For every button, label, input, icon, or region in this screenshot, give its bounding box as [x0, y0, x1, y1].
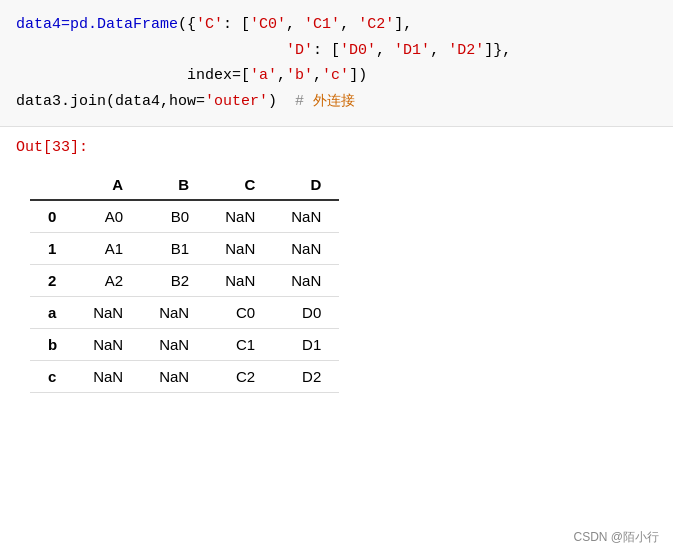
table-cell: A2: [75, 265, 141, 297]
code-line-1: data4=pd.DataFrame({'C': ['C0', 'C1', 'C…: [16, 12, 657, 38]
table-cell: NaN: [273, 200, 339, 233]
code-text: ],: [394, 16, 412, 33]
table-cell: NaN: [75, 329, 141, 361]
table-cell: NaN: [207, 265, 273, 297]
table-header-D: D: [273, 170, 339, 200]
code-text: 'D0': [340, 42, 376, 59]
table-header-A: A: [75, 170, 141, 200]
code-text: ,: [277, 67, 286, 84]
code-text: : [: [313, 42, 340, 59]
code-text: ): [268, 93, 295, 110]
table-header-B: B: [141, 170, 207, 200]
dataframe-container: A B C D 0A0B0NaNNaN1A1B1NaNNaN2A2B2NaNNa…: [0, 160, 673, 413]
code-text: : [: [223, 16, 250, 33]
code-text: ]},: [484, 42, 511, 59]
table-cell: NaN: [141, 361, 207, 393]
table-cell: B0: [141, 200, 207, 233]
code-comment-cn: 外连接: [313, 92, 355, 108]
table-cell: D1: [273, 329, 339, 361]
code-text: 'D2': [448, 42, 484, 59]
table-cell: D2: [273, 361, 339, 393]
code-comment: #: [295, 93, 313, 110]
table-cell: C0: [207, 297, 273, 329]
table-row: 1A1B1NaNNaN: [30, 233, 339, 265]
code-text: ,: [286, 16, 304, 33]
code-text: data4=pd.: [16, 16, 97, 33]
code-text: 'b': [286, 67, 313, 84]
watermark: CSDN @陌小行: [573, 529, 659, 546]
code-text: 'outer': [205, 93, 268, 110]
table-row: bNaNNaNC1D1: [30, 329, 339, 361]
table-row: 0A0B0NaNNaN: [30, 200, 339, 233]
table-cell: C2: [207, 361, 273, 393]
code-text: data3.join(data4,how=: [16, 93, 205, 110]
table-cell: A1: [75, 233, 141, 265]
code-text: ,: [430, 42, 448, 59]
dataframe-table: A B C D 0A0B0NaNNaN1A1B1NaNNaN2A2B2NaNNa…: [30, 170, 339, 393]
code-line-3: index=['a','b','c']): [16, 63, 657, 89]
table-cell: NaN: [273, 265, 339, 297]
table-cell: NaN: [75, 297, 141, 329]
code-text: index=[: [16, 67, 250, 84]
code-text: 'C1': [304, 16, 340, 33]
table-cell-index: b: [30, 329, 75, 361]
code-text: 'C': [196, 16, 223, 33]
table-header-row: A B C D: [30, 170, 339, 200]
table-cell: NaN: [207, 233, 273, 265]
table-cell: C1: [207, 329, 273, 361]
code-text: 'a': [250, 67, 277, 84]
table-cell-index: 1: [30, 233, 75, 265]
code-text: ,: [376, 42, 394, 59]
code-line-4: data3.join(data4,how='outer') # 外连接: [16, 89, 657, 115]
table-cell: NaN: [75, 361, 141, 393]
code-text: 'C2': [358, 16, 394, 33]
code-text: ({: [178, 16, 196, 33]
code-text: 'D': [286, 42, 313, 59]
code-text: 'D1': [394, 42, 430, 59]
code-text: ,: [313, 67, 322, 84]
table-cell-index: c: [30, 361, 75, 393]
table-cell: NaN: [141, 297, 207, 329]
table-cell: NaN: [207, 200, 273, 233]
table-row: 2A2B2NaNNaN: [30, 265, 339, 297]
table-row: cNaNNaNC2D2: [30, 361, 339, 393]
table-cell: A0: [75, 200, 141, 233]
table-header-C: C: [207, 170, 273, 200]
table-row: aNaNNaNC0D0: [30, 297, 339, 329]
code-text: ,: [340, 16, 358, 33]
table-cell: D0: [273, 297, 339, 329]
table-cell-index: a: [30, 297, 75, 329]
output-label: Out[33]:: [0, 127, 673, 160]
table-cell: NaN: [141, 329, 207, 361]
table-cell: B1: [141, 233, 207, 265]
table-cell-index: 0: [30, 200, 75, 233]
table-cell-index: 2: [30, 265, 75, 297]
code-line-2: 'D': ['D0', 'D1', 'D2']},: [16, 38, 657, 64]
code-text: [16, 42, 286, 59]
code-text: DataFrame: [97, 16, 178, 33]
table-header-index: [30, 170, 75, 200]
table-cell: NaN: [273, 233, 339, 265]
code-text: ]): [349, 67, 367, 84]
code-block: data4=pd.DataFrame({'C': ['C0', 'C1', 'C…: [0, 0, 673, 127]
code-text: 'C0': [250, 16, 286, 33]
code-text: 'c': [322, 67, 349, 84]
table-cell: B2: [141, 265, 207, 297]
